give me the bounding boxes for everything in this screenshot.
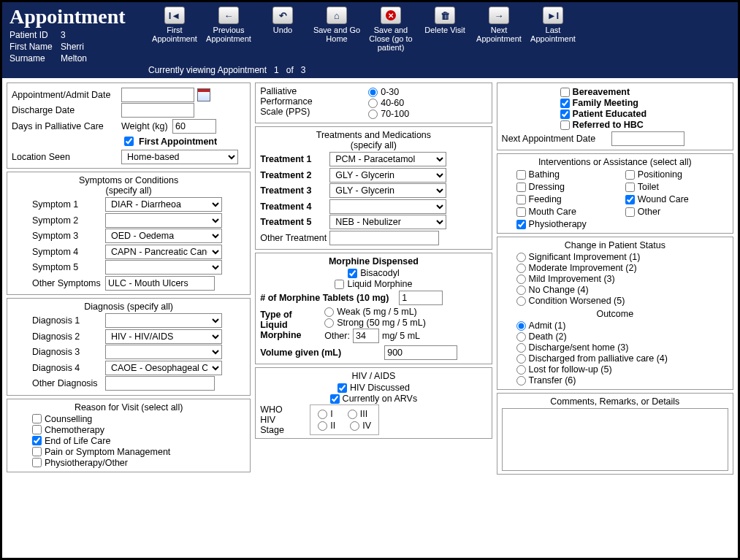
surname-label: Surname <box>9 53 61 64</box>
end-of-life-checkbox[interactable] <box>32 436 42 445</box>
pps-4060-radio[interactable] <box>368 99 378 108</box>
appointment-info-group: Appointment/Admit Date Discharge Date Da… <box>7 83 251 169</box>
admit-date-label: Appointment/Admit Date <box>12 90 121 100</box>
volume-input[interactable] <box>384 345 457 360</box>
other-symptoms-input[interactable] <box>105 276 215 291</box>
diagnosis1-label: Diagnosis 1 <box>32 315 105 326</box>
bisacodyl-checkbox[interactable] <box>348 269 357 278</box>
physiotherapy-checkbox[interactable] <box>516 220 526 229</box>
diagnosis4-select[interactable]: CAOE - Oesophageal Car <box>105 361 222 375</box>
counselling-checkbox[interactable] <box>32 414 42 423</box>
location-seen-select[interactable]: Home-based <box>121 150 238 164</box>
treatment4-select[interactable] <box>329 199 446 214</box>
diagnosis4-label: Diagnosis 4 <box>32 363 105 373</box>
other-intervention-checkbox[interactable] <box>625 207 635 217</box>
save-close-button[interactable]: ✕ Save and Close (go to patient) <box>365 7 417 64</box>
worsened-radio[interactable] <box>516 296 526 306</box>
discharge-palliative-radio[interactable] <box>516 354 526 364</box>
liquid-morphine-checkbox[interactable] <box>335 280 344 289</box>
toilet-checkbox[interactable] <box>625 183 635 192</box>
pain-symptom-checkbox[interactable] <box>32 447 42 456</box>
morphine-other-input[interactable] <box>353 329 379 343</box>
transfer-label: Transfer (6) <box>529 375 576 386</box>
save-home-button[interactable]: ⌂ Save and Go Home <box>310 7 363 64</box>
positioning-checkbox[interactable] <box>625 170 635 180</box>
diagnosis3-select[interactable] <box>105 345 222 359</box>
physiotherapy-label: Physiotherapy <box>529 219 587 229</box>
dressing-checkbox[interactable] <box>516 183 526 192</box>
treatment2-select[interactable]: GLY - Glycerin <box>329 168 446 183</box>
discharge-date-input[interactable] <box>121 103 194 118</box>
bathing-checkbox[interactable] <box>516 170 526 180</box>
bereavement-checkbox[interactable] <box>560 88 570 97</box>
treatments-title: Treatments and Medications <box>260 130 487 140</box>
sig-improve-radio[interactable] <box>516 253 526 262</box>
pps-70100-radio[interactable] <box>368 110 378 119</box>
treatment5-select[interactable]: NEB - Nebulizer <box>329 215 446 229</box>
delete-visit-button[interactable]: 🗑 Delete Visit <box>419 7 471 64</box>
mouth-care-checkbox[interactable] <box>516 207 526 217</box>
diagnosis2-select[interactable]: HIV - HIV/AIDS <box>105 329 222 344</box>
arv-checkbox[interactable] <box>330 394 340 404</box>
symptom2-select[interactable] <box>105 213 222 228</box>
previous-appointment-button[interactable]: ← Previous Appointment <box>202 7 255 64</box>
other-treatment-input[interactable] <box>329 231 439 245</box>
morphine-group: Morphine Dispensed Bisacodyl Liquid Morp… <box>255 253 492 364</box>
weak-radio[interactable] <box>324 307 334 317</box>
stage-ii-radio[interactable] <box>318 421 327 431</box>
death-label: Death (2) <box>529 331 567 342</box>
stage-iii-radio[interactable] <box>348 410 357 419</box>
family-meeting-checkbox[interactable] <box>560 99 570 108</box>
patient-educated-checkbox[interactable] <box>560 110 570 119</box>
diagnosis1-select[interactable] <box>105 313 222 328</box>
tablets-input[interactable] <box>399 291 443 305</box>
next-appt-input[interactable] <box>611 131 684 146</box>
mod-improve-label: Moderate Improvement (2) <box>529 263 637 273</box>
discharge-home-radio[interactable] <box>516 343 526 353</box>
next-appointment-button[interactable]: → Next Appointment <box>473 7 525 64</box>
undo-button[interactable]: ↶ Undo <box>256 7 309 64</box>
symptom4-select[interactable]: CAPN - Pancreatic Cance <box>105 245 222 259</box>
admit-radio[interactable] <box>516 321 526 331</box>
physiotherapy-other-label: Physiotherapy/Other <box>45 458 128 468</box>
calendar-icon[interactable] <box>197 88 210 101</box>
who-l3: Stage <box>260 425 304 435</box>
symptom5-select[interactable] <box>105 260 222 275</box>
chemotherapy-checkbox[interactable] <box>32 425 42 434</box>
mild-improve-radio[interactable] <box>516 275 526 284</box>
arv-label: Currently on ARVs <box>343 394 418 404</box>
end-of-life-label: End of Life Care <box>45 436 110 446</box>
no-change-radio[interactable] <box>516 285 526 295</box>
wound-care-label: Wound Care <box>638 194 689 204</box>
weight-input[interactable] <box>172 119 216 134</box>
first-appointment-button[interactable]: I◄ First Appointment <box>148 7 201 64</box>
lost-followup-radio[interactable] <box>516 365 526 375</box>
location-seen-label: Location Seen <box>12 152 121 162</box>
undo-icon: ↶ <box>272 7 293 24</box>
stage-i-radio[interactable] <box>318 410 327 419</box>
feeding-checkbox[interactable] <box>516 195 526 204</box>
treatment1-select[interactable]: PCM - Paracetamol <box>329 152 446 166</box>
lost-followup-label: Lost for follow-up (5) <box>529 364 612 375</box>
last-appointment-button[interactable]: ►I Last Appointment <box>527 7 579 64</box>
diagnosis3-label: Diagnosis 3 <box>32 347 105 357</box>
symptom3-label: Symptom 3 <box>32 231 105 241</box>
hiv-discussed-checkbox[interactable] <box>337 383 347 393</box>
mod-improve-radio[interactable] <box>516 264 526 273</box>
comments-textarea[interactable] <box>502 408 728 471</box>
stage-iv-radio[interactable] <box>350 421 359 431</box>
wound-care-checkbox[interactable] <box>625 195 635 204</box>
admit-date-input[interactable] <box>121 88 194 102</box>
symptom3-select[interactable]: OED - Oedema <box>105 229 222 243</box>
other-diagnosis-input[interactable] <box>105 376 215 391</box>
physiotherapy-other-checkbox[interactable] <box>32 458 42 467</box>
first-appointment-checkbox[interactable] <box>124 137 134 146</box>
pps-030-radio[interactable] <box>368 88 378 97</box>
symptom1-select[interactable]: DIAR - Diarrheoa <box>105 197 222 212</box>
death-radio[interactable] <box>516 332 526 342</box>
transfer-radio[interactable] <box>516 376 526 386</box>
treatment3-label: Treatment 3 <box>260 185 329 196</box>
treatment3-select[interactable]: GLY - Glycerin <box>329 183 446 198</box>
referred-hbc-checkbox[interactable] <box>560 120 570 130</box>
strong-radio[interactable] <box>324 318 334 328</box>
